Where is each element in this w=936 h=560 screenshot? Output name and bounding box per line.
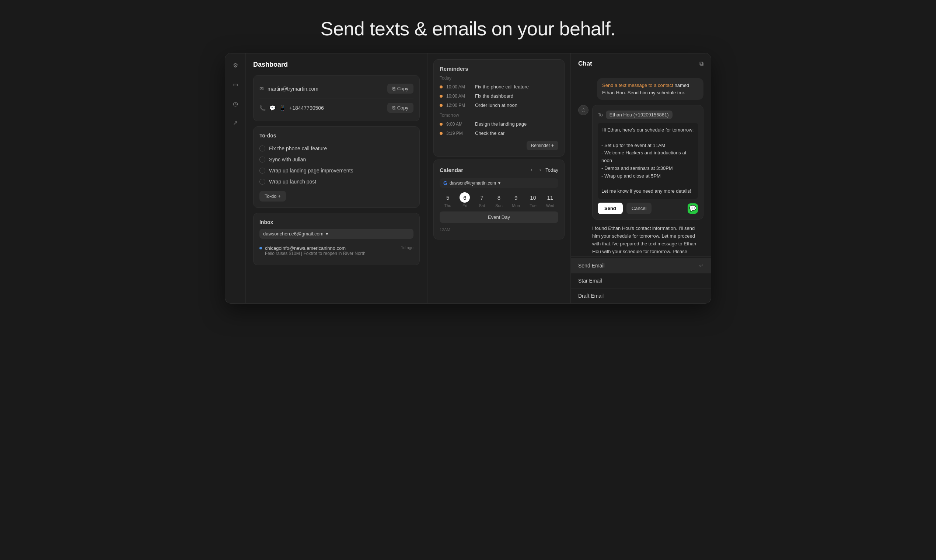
dropdown-icon: ▾: [498, 180, 500, 186]
inbox-card: Inbox dawsonchen.e6@gmail.com ▾ chicagoi…: [253, 213, 420, 265]
today-label: Today: [440, 75, 558, 81]
dashboard-title: Dashboard: [253, 61, 420, 69]
cal-day-mon: 9 Mon: [508, 192, 524, 208]
reminder-text-4: Design the landing page: [475, 121, 526, 127]
add-todo-button[interactable]: To-do +: [259, 191, 286, 202]
assistant-avatar: ⬡: [578, 105, 588, 115]
reminder-text-2: Fix the dashboard: [475, 93, 513, 99]
todo-label-3: Wrap up landing page improvements: [269, 168, 353, 174]
cal-day-num-9: 9: [511, 192, 521, 203]
calendar-nav: ‹ › Today: [528, 166, 558, 174]
todos-header: To-dos: [259, 132, 413, 138]
cal-day-tue: 10 Tue: [525, 192, 541, 208]
reminders-title: Reminders: [440, 66, 558, 72]
draft-email-label: Draft Email: [578, 293, 603, 299]
checkbox-4[interactable]: [259, 179, 265, 185]
clock-icon[interactable]: ◷: [229, 98, 242, 109]
imessage-icon: 💬: [688, 203, 698, 214]
draft-email-action[interactable]: Draft Email: [571, 288, 711, 303]
reminders-card: Reminders Today 10:00 AM Fix the phone c…: [433, 59, 565, 157]
cal-prev-button[interactable]: ‹: [528, 166, 535, 174]
tomorrow-label: Tomorrow: [440, 113, 558, 118]
reminder-time-2: 10:00 AM: [446, 94, 471, 99]
todo-item-4: Wrap up launch post: [259, 176, 413, 187]
inbox-account: dawsonchen.e6@gmail.com: [263, 231, 323, 237]
calendar-card: Calendar ‹ › Today G dawson@trymartin.co…: [433, 160, 565, 240]
cal-day-label-tue: Tue: [530, 203, 537, 208]
app-window: ⚙ ▭ ◷ ↗ Dashboard ✉ martin@trymartin.com…: [225, 53, 711, 303]
email-time: 1d ago: [401, 245, 413, 250]
todos-card: To-dos Fix the phone call feature Sync w…: [253, 126, 420, 208]
cal-day-label-mon: Mon: [512, 203, 520, 208]
send-email-action[interactable]: Send Email ↵: [571, 258, 711, 273]
cal-day-num-6: 6: [460, 192, 470, 203]
reminder-dot-5: [440, 132, 443, 135]
calendar-days: 5 Thu 6 Fri 7 Sat 8 Sun 9 Mon: [440, 192, 558, 208]
todo-list: Fix the phone call feature Sync with Jul…: [259, 143, 413, 187]
external-link-icon[interactable]: ↗: [229, 117, 242, 129]
expand-icon[interactable]: ⧉: [699, 60, 704, 67]
chat-body: Send a text message to a contact named E…: [571, 72, 711, 257]
google-icon: G: [443, 180, 447, 186]
chat-panel: Chat ⧉ Send a text message to a contact …: [571, 54, 711, 303]
reminder-dot-3: [440, 104, 443, 107]
todo-label-1: Fix the phone call feature: [269, 146, 327, 151]
reminder-time-5: 3:19 PM: [446, 131, 471, 136]
checkbox-1[interactable]: [259, 146, 265, 151]
cal-day-num-5: 5: [443, 192, 453, 203]
add-reminder-button[interactable]: Reminder +: [526, 141, 558, 150]
reminder-text-1: Fix the phone call feature: [475, 84, 529, 89]
cal-day-thu: 5 Thu: [440, 192, 456, 208]
cancel-sms-button[interactable]: Cancel: [627, 203, 651, 214]
todo-item-2: Sync with Julian: [259, 154, 413, 165]
email-subject: Fello raises $10M | Foxtrot to reopen in…: [265, 251, 366, 256]
copy-email-button[interactable]: ⎘ Copy: [387, 84, 413, 94]
reminder-dot-2: [440, 95, 443, 98]
reminder-text-5: Check the car: [475, 131, 505, 136]
reminder-time-3: 12:00 PM: [446, 103, 471, 108]
reminder-time-1: 10:00 AM: [446, 85, 471, 89]
inbox-email-row[interactable]: chicagoinfo@news.americaninno.com Fello …: [259, 242, 413, 259]
email-sender: chicagoinfo@news.americaninno.com: [265, 245, 366, 251]
reminder-item-3: 12:00 PM Order lunch at noon: [440, 101, 558, 110]
enter-icon: ↵: [699, 263, 704, 269]
to-label: To: [598, 112, 603, 117]
reminder-item-1: 10:00 AM Fix the phone call feature: [440, 82, 558, 91]
calendar-account: dawson@trymartin.com: [450, 180, 496, 186]
google-account-selector[interactable]: G dawson@trymartin.com ▾: [440, 178, 558, 188]
copy-phone-button[interactable]: ⎘ Copy: [387, 103, 413, 113]
today-button[interactable]: Today: [545, 167, 558, 173]
chat-title: Chat: [578, 60, 592, 68]
assistant-response-text: I found Ethan Hou's contact information.…: [592, 225, 699, 257]
star-email-action[interactable]: Star Email: [571, 273, 711, 288]
checkbox-2[interactable]: [259, 157, 265, 163]
todo-label-4: Wrap up launch post: [269, 179, 316, 185]
send-email-label: Send Email: [578, 263, 605, 269]
cal-day-label-thu: Thu: [445, 203, 451, 208]
email-info: ✉ martin@trymartin.com: [259, 86, 319, 92]
cal-next-button[interactable]: ›: [537, 166, 543, 174]
tablet-icon[interactable]: ▭: [229, 78, 242, 90]
user-message-bubble: Send a text message to a contact named E…: [597, 78, 704, 100]
contact-card: ✉ martin@trymartin.com ⎘ Copy 📞 💬 📱 +184…: [253, 75, 420, 121]
hero-title: Send texts & emails on your behalf.: [320, 0, 616, 53]
reminder-dot-1: [440, 86, 443, 88]
email-content: chicagoinfo@news.americaninno.com Fello …: [265, 245, 366, 256]
reminder-item-2: 10:00 AM Fix the dashboard: [440, 91, 558, 101]
inbox-account-selector[interactable]: dawsonchen.e6@gmail.com ▾: [259, 229, 413, 239]
todo-item-3: Wrap up landing page improvements: [259, 165, 413, 176]
chat-footer: Send Email ↵ Star Email Draft Email: [571, 257, 711, 303]
sms-body: Hi Ethan, here's our schedule for tomorr…: [598, 123, 698, 199]
checkbox-3[interactable]: [259, 168, 265, 174]
send-sms-button[interactable]: Send: [598, 203, 623, 214]
email-address: martin@trymartin.com: [268, 86, 319, 92]
to-chip: Ethan Hou (+19209156861): [606, 111, 673, 119]
todos-title: To-dos: [259, 132, 276, 138]
cal-time-label: 12AM: [440, 226, 558, 233]
copy-icon: ⎘: [393, 86, 396, 91]
star-email-label: Star Email: [578, 278, 602, 284]
to-row: To Ethan Hou (+19209156861): [598, 111, 698, 119]
calendar-title: Calendar: [440, 167, 463, 173]
gear-icon[interactable]: ⚙: [229, 59, 242, 71]
sidebar: ⚙ ▭ ◷ ↗: [225, 54, 246, 303]
